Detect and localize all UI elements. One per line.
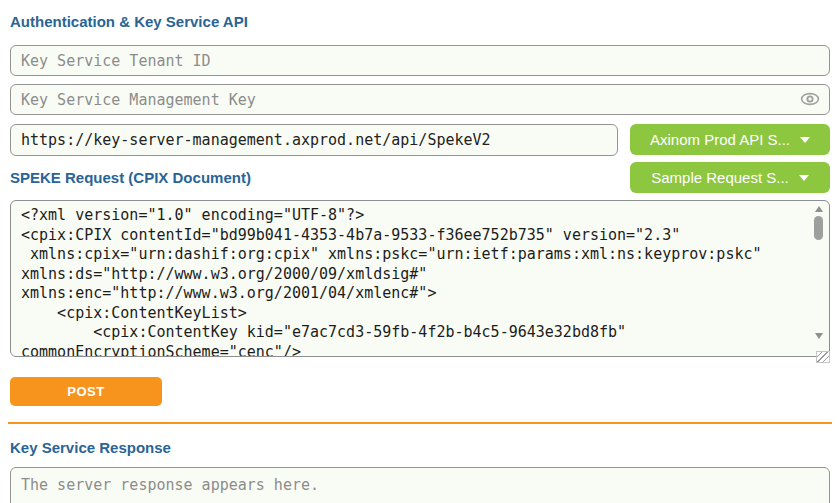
sample-request-dropdown[interactable]: Sample Request S... bbox=[630, 162, 830, 193]
api-preset-dropdown-label: Axinom Prod API S... bbox=[650, 131, 790, 148]
caret-down-icon bbox=[800, 137, 810, 143]
resize-grip-icon[interactable] bbox=[816, 351, 830, 363]
cpix-editor-wrap: <?xml version="1.0" encoding="UTF-8"?> <… bbox=[10, 200, 830, 357]
management-key-input[interactable] bbox=[10, 84, 830, 115]
management-key-field bbox=[10, 84, 830, 115]
eye-icon[interactable] bbox=[800, 92, 820, 106]
caret-down-icon bbox=[799, 175, 809, 181]
sample-request-dropdown-label: Sample Request S... bbox=[651, 169, 789, 186]
post-button[interactable]: POST bbox=[10, 377, 162, 406]
cpix-request-content: <?xml version="1.0" encoding="UTF-8"?> <… bbox=[11, 201, 829, 357]
speke-api-tester-panel: Authentication & Key Service API Axinom … bbox=[10, 0, 830, 503]
divider bbox=[8, 422, 832, 424]
tenant-id-field bbox=[10, 45, 830, 76]
api-url-input[interactable] bbox=[10, 124, 618, 156]
scroll-up-icon[interactable] bbox=[815, 206, 823, 212]
response-output[interactable]: The server response appears here. bbox=[10, 467, 830, 503]
tenant-id-input[interactable] bbox=[10, 45, 830, 76]
response-label: Key Service Response bbox=[10, 439, 830, 457]
response-placeholder-text: The server response appears here. bbox=[21, 476, 319, 494]
speke-request-row: SPEKE Request (CPIX Document) Sample Req… bbox=[10, 162, 830, 193]
scroll-down-icon[interactable] bbox=[815, 333, 823, 339]
cpix-request-editor[interactable]: <?xml version="1.0" encoding="UTF-8"?> <… bbox=[10, 200, 830, 357]
endpoint-row: Axinom Prod API S... bbox=[10, 124, 830, 156]
page-title: Authentication & Key Service API bbox=[10, 13, 830, 31]
speke-request-label: SPEKE Request (CPIX Document) bbox=[10, 169, 251, 187]
scrollbar[interactable] bbox=[812, 204, 826, 353]
api-preset-dropdown[interactable]: Axinom Prod API S... bbox=[630, 124, 830, 155]
scrollbar-thumb[interactable] bbox=[814, 216, 823, 240]
